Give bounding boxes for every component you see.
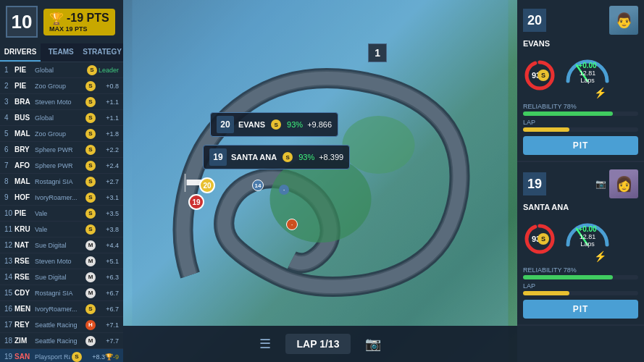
driver-gap: +0.8 (97, 83, 119, 90)
driver-pos: 19 (4, 353, 14, 361)
tire-badge: S (85, 145, 96, 155)
driver-code: PIE (14, 82, 35, 90)
driver-row[interactable]: 3 BRA Steven Moto S +1.1 (0, 94, 123, 110)
speed-gauge-santaana: +0.00 12.81 Laps (562, 216, 613, 249)
driver-row[interactable]: 6 BRY Sphere PWR S +2.2 (0, 142, 123, 158)
avatar-santaana: 👩 (609, 169, 638, 198)
card-number-evans: 20 (523, 9, 546, 32)
driver-gap: +1.1 (97, 114, 119, 122)
driver-row[interactable]: 2 PIE Zoo Group S +0.8 (0, 78, 123, 94)
driver-gap: +7.1 (97, 321, 119, 329)
lap-bar-bg-evans (523, 127, 638, 132)
tire-badge: S (85, 97, 96, 107)
speed-plus-santaana: +0.00 (575, 225, 601, 233)
driver-row[interactable]: 17 REY Seattle Racing H +7.1 (0, 317, 123, 333)
driver-card-evans: 20 👨 EVANS 93% S (517, 0, 644, 162)
lightning-icon-evans: ⚡ (562, 87, 638, 98)
driver-pos: 5 (4, 130, 14, 138)
driver-row[interactable]: 10 PIE Vale S +3.5 (0, 206, 123, 222)
lap-bar-fill-santaana (523, 291, 569, 295)
card-stats-santaana: 93% S +0.00 12.81 Laps ⚡ (523, 216, 638, 262)
tab-drivers[interactable]: DRIVERS (0, 43, 41, 62)
driver-gap: +8.3 (83, 353, 105, 361)
trophy-icon: 🏆 (49, 12, 64, 25)
tire-badge: S (85, 81, 96, 91)
driver-gap: +2.4 (97, 162, 119, 169)
car-percent-20: 93% (287, 120, 303, 129)
pit-button-santaana[interactable]: PIT (523, 300, 638, 319)
tire-badge: M (85, 288, 96, 298)
driver-row[interactable]: 1 PIE Global S Leader (0, 62, 123, 78)
driver-row[interactable]: 9 HOF IvoryRoamer... S +3.1 (0, 190, 123, 206)
tire-badge-santaana: S (538, 233, 549, 245)
car-tire-20: S (271, 119, 281, 130)
pos-marker-small-1: 14 (252, 180, 264, 191)
car-gap-19: +8.399 (319, 153, 343, 161)
driver-row[interactable]: 19 SAN Playsport Ra... S +8.3 🏆-9 (0, 349, 123, 362)
top-header: 10 🏆 -19 PTS MAX 19 PTS (0, 0, 123, 43)
driver-team: Zoo Group (35, 130, 84, 138)
driver-pos: 1 (4, 66, 14, 74)
camera-icon-bottom[interactable]: 📷 (365, 336, 381, 352)
driver-gap: +6.7 (97, 290, 119, 297)
driver-gap: +2.2 (97, 146, 119, 153)
camera-icon-santaana: 📷 (595, 179, 606, 189)
speed-value-evans: +0.00 12.81 Laps (575, 62, 601, 84)
pit-button-evans[interactable]: PIT (523, 136, 638, 155)
driver-row[interactable]: 13 RSE Steven Moto M +5.1 (0, 253, 123, 269)
tire-badge: S (87, 65, 97, 75)
menu-icon[interactable]: ☰ (259, 336, 271, 352)
fuel-circle-santaana: 93% S (523, 222, 556, 256)
driver-pos: 12 (4, 241, 14, 249)
rel-bar-fill-santaana (523, 275, 613, 279)
driver-team: Vale (35, 226, 84, 233)
driver-row[interactable]: 8 MAL Rostagni SIA S +2.7 (0, 174, 123, 190)
svg-point-2 (343, 116, 415, 174)
driver-code: PIE (14, 66, 35, 74)
driver-pos: 13 (4, 257, 14, 265)
driver-row[interactable]: 7 AFO Sphere PWR S +2.4 (0, 158, 123, 174)
pos-marker-small-3: · (286, 219, 298, 230)
tire-badge: M (85, 240, 96, 251)
right-panel: 20 👨 EVANS 93% S (517, 0, 644, 362)
driver-card-santaana: 19 📷 👩 SANTA ANA 93% S (517, 164, 644, 326)
lap-indicator: LAP 1/13 (285, 334, 351, 354)
tire-badge: S (85, 224, 96, 235)
driver-pos: 2 (4, 82, 14, 90)
driver-row[interactable]: 15 CDY Rostagni SIA M +6.7 (0, 285, 123, 301)
driver-code: NAT (14, 241, 35, 249)
driver-code: MAL (14, 177, 35, 185)
tire-badge-evans: S (538, 70, 549, 81)
driver-gap: +6.3 (97, 274, 119, 281)
rel-bar-fill-evans (523, 111, 613, 116)
lap-bar-bg-santaana (523, 291, 638, 295)
driver-gap: +1.8 (97, 130, 119, 138)
driver-code: REY (14, 321, 35, 329)
driver-row[interactable]: 4 BUS Global S +1.1 (0, 110, 123, 126)
driver-code: KRU (14, 225, 35, 233)
pos-marker-19: 19 (188, 194, 204, 210)
tire-badge: M (85, 336, 96, 346)
car-overlay-20: 20 EVANS S 93% +9.866 (210, 112, 338, 137)
driver-row[interactable]: 11 KRU Vale S +3.8 (0, 222, 123, 237)
driver-row[interactable]: 5 MAL Zoo Group S +1.8 (0, 126, 123, 142)
tab-strategy[interactable]: STRATEGY (81, 43, 123, 62)
driver-row[interactable]: 16 MEN IvoryRoamer... S +6.7 (0, 301, 123, 317)
driver-pos: 7 (4, 161, 14, 169)
bottom-bar: ☰ LAP 1/13 📷 (123, 326, 517, 362)
tab-teams[interactable]: TEAMS (41, 43, 81, 62)
driver-gap: +2.7 (97, 178, 119, 185)
rel-bar-bg-santaana (523, 275, 638, 279)
driver-row[interactable]: 12 NAT Sue Digital M +4.4 (0, 237, 123, 253)
pts-value: -19 PTS (67, 12, 109, 25)
card-stats-evans: 93% S +0.00 12.81 Laps ⚡ (523, 52, 638, 98)
driver-team: Sphere PWR (35, 162, 84, 169)
driver-row[interactable]: 18 ZIM Seattle Racing M +7.7 (0, 333, 123, 349)
speed-gauge-evans: +0.00 12.81 Laps (562, 52, 613, 85)
driver-pos: 15 (4, 289, 14, 297)
tire-badge: S (85, 161, 96, 171)
tire-badge: S (85, 113, 96, 123)
current-lap: 10 (6, 6, 38, 38)
driver-row[interactable]: 14 RSE Sue Digital M +6.3 (0, 269, 123, 285)
driver-code: PIE (14, 209, 35, 217)
